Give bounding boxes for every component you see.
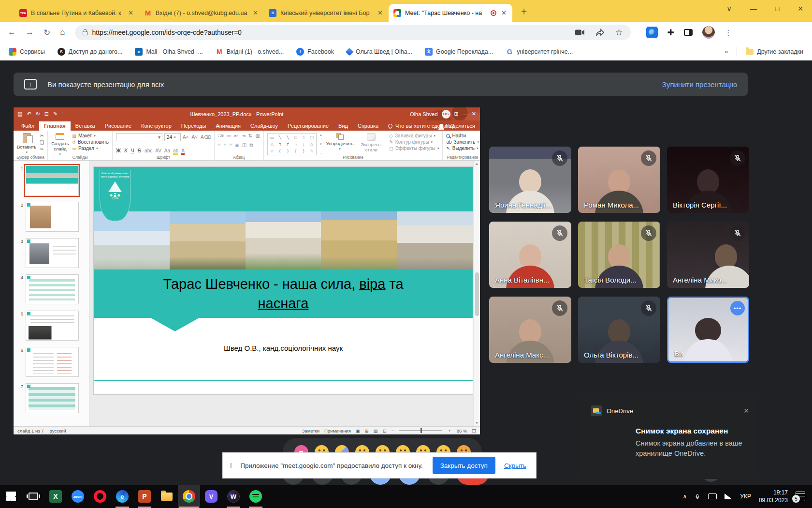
tab-close-icon[interactable]: ✕: [127, 9, 134, 16]
bookmark-facebook[interactable]: fFacebook: [296, 48, 334, 56]
taskbar-chrome[interactable]: [178, 485, 200, 508]
ribbon-tab-file[interactable]: Файл: [16, 121, 39, 131]
participant-tile[interactable]: Ольга Вікторів...: [578, 297, 660, 363]
camera-icon[interactable]: [575, 29, 585, 36]
taskbar-zoom[interactable]: zoom: [67, 485, 89, 508]
arrange-button[interactable]: Упорядочить▾: [326, 133, 354, 151]
fit-slide-icon[interactable]: ❒: [472, 428, 476, 433]
bookmark-profile[interactable]: Ольга Швед | Olha...: [347, 48, 412, 55]
shadow-icon[interactable]: abc: [145, 148, 152, 155]
notes-button[interactable]: Заметки: [302, 428, 319, 433]
taskbar-viber[interactable]: V: [200, 485, 222, 508]
slide-thumbnail-1[interactable]: 1: [18, 165, 89, 195]
strikethrough-button[interactable]: S: [138, 148, 141, 153]
comments-button[interactable]: Примечания: [324, 428, 351, 433]
minimize-button[interactable]: —: [750, 5, 757, 13]
share-icon[interactable]: [595, 29, 604, 36]
section-button[interactable]: ▭Раздел▾: [72, 146, 109, 151]
ppt-minimize-button[interactable]: —: [463, 111, 468, 117]
back-icon[interactable]: ←: [8, 28, 16, 37]
close-button[interactable]: ✕: [798, 5, 803, 13]
slide-thumbnail-4[interactable]: 4: [18, 274, 89, 304]
align-buttons[interactable]: ≡≡≡≣◫⧉: [218, 142, 253, 148]
ppt-user-name[interactable]: Olha Shved: [410, 111, 437, 117]
redo-icon[interactable]: ↻: [36, 111, 40, 117]
side-panel-icon[interactable]: [684, 29, 693, 36]
profile-avatar[interactable]: [702, 26, 715, 39]
onedrive-notification[interactable]: OneDrive ✕ Снимок экрана сохранен Снимок…: [582, 398, 758, 479]
slide-thumbnail-7[interactable]: 7: [18, 383, 89, 413]
forward-icon[interactable]: →: [26, 28, 34, 37]
slideshow-icon[interactable]: ⊡: [44, 111, 49, 117]
bookmark-services[interactable]: Сервисы: [9, 48, 45, 56]
shapes-scroll[interactable]: ▴▾⌄: [320, 133, 323, 155]
ribbon-tab-draw[interactable]: Рисование: [100, 121, 136, 131]
tab-tsn[interactable]: ТСН В спальне Путина и Кабаевой: к ✕: [14, 4, 139, 22]
view-sorter-icon[interactable]: ⊞: [365, 428, 369, 433]
layout-button[interactable]: ▤Макет▾: [72, 133, 109, 138]
bold-button[interactable]: Ж: [116, 148, 121, 153]
current-slide[interactable]: Київський університет імені Бориса Грінч…: [93, 166, 473, 395]
slide-thumbnail-2[interactable]: 2: [18, 202, 89, 232]
select-button[interactable]: ↖Выделить▾: [446, 146, 479, 151]
zoom-in-icon[interactable]: ＋: [447, 428, 452, 434]
stop-presenting-button[interactable]: Зупинити презентацію: [662, 80, 737, 89]
maximize-button[interactable]: □: [775, 5, 779, 13]
participant-tile[interactable]: Вікторія Сергії...: [667, 147, 749, 213]
tray-mic-icon[interactable]: [695, 493, 700, 500]
language-indicator[interactable]: русский: [50, 428, 66, 433]
bookmark-translate[interactable]: 文Google Переклада...: [425, 48, 493, 56]
taskbar-excel[interactable]: X: [44, 485, 67, 508]
start-button[interactable]: [0, 485, 22, 508]
ribbon-tab-help[interactable]: Справка: [353, 121, 383, 131]
ribbon-tab-view[interactable]: Вид: [334, 121, 353, 131]
participant-tile[interactable]: Ангеліна Макс...: [489, 297, 571, 363]
url-text[interactable]: https://meet.google.com/ids-orqe-cde?aut…: [92, 29, 242, 36]
pen-icon[interactable]: ✎: [53, 111, 58, 117]
network-icon[interactable]: [725, 493, 732, 499]
clipboard-mini-buttons[interactable]: ✂❏✑: [40, 133, 44, 152]
taskbar-opera[interactable]: [89, 485, 111, 508]
shape-outline-button[interactable]: ✎Контур фигуры▾: [389, 139, 439, 145]
underline-button[interactable]: Ч: [130, 148, 134, 153]
view-normal-icon[interactable]: ▣: [356, 428, 360, 433]
tab-search-icon[interactable]: ∨: [727, 5, 732, 13]
tab-university[interactable]: 9 Київський університет імені Бор ✕: [264, 4, 389, 22]
tab-gmail[interactable]: M Вхідні (7) - o.shved@kubg.edu.ua ✕: [139, 4, 264, 22]
bookmark-star-icon[interactable]: ☆: [615, 27, 623, 38]
italic-button[interactable]: К: [124, 148, 127, 153]
grow-font-icon[interactable]: A˄: [183, 134, 189, 140]
bookmark-gmail-inbox[interactable]: MВхідні (1) - o.shved...: [216, 48, 284, 56]
shape-effects-button[interactable]: ◻Эффекты фигуры▾: [389, 146, 439, 151]
stop-sharing-button[interactable]: Закрыть доступ: [433, 457, 495, 474]
view-slideshow-icon[interactable]: ⊡: [383, 428, 387, 433]
action-center-icon[interactable]: 5: [796, 492, 805, 501]
find-button[interactable]: Найти: [446, 133, 479, 138]
slide-thumbnail-6[interactable]: 6: [18, 347, 89, 377]
ppt-close-button[interactable]: ✕: [472, 111, 476, 117]
participant-tile[interactable]: Ангеліна Мико...: [667, 222, 749, 288]
save-icon[interactable]: ▤: [17, 111, 22, 117]
shrink-font-icon[interactable]: A˅: [191, 134, 198, 140]
zoom-slider[interactable]: [399, 430, 442, 431]
bookmark-access[interactable]: SДоступ до даного...: [58, 48, 123, 56]
slide-thumbnail-5[interactable]: 5: [18, 311, 89, 341]
clock[interactable]: 19:17 09.03.2023: [759, 489, 788, 504]
bookmark-university[interactable]: Gуніверситет грінче...: [506, 48, 573, 56]
participant-tile[interactable]: Таїсія Володи...: [578, 222, 660, 288]
ribbon-tab-transitions[interactable]: Переходы: [176, 121, 211, 131]
zoom-level[interactable]: 86 %: [457, 428, 467, 433]
participant-tile[interactable]: Роман Микола...: [578, 147, 660, 213]
taskbar-file-explorer[interactable]: [156, 485, 178, 508]
touch-keyboard-icon[interactable]: [708, 493, 717, 499]
taskbar-spotify[interactable]: [245, 485, 267, 508]
tab-close-icon[interactable]: ✕: [252, 9, 259, 16]
ppt-user-avatar[interactable]: OS: [442, 110, 450, 119]
language-indicator[interactable]: УКР: [740, 493, 751, 500]
participant-tile[interactable]: Анна Віталіївн...: [489, 222, 571, 288]
reload-icon[interactable]: ↻: [44, 28, 50, 38]
font-size-input[interactable]: 24▾: [164, 133, 181, 141]
address-bar[interactable]: https://meet.google.com/ids-orqe-cde?aut…: [75, 25, 631, 40]
lock-icon[interactable]: [83, 31, 87, 35]
bookmarks-overflow-button[interactable]: »: [725, 48, 728, 55]
